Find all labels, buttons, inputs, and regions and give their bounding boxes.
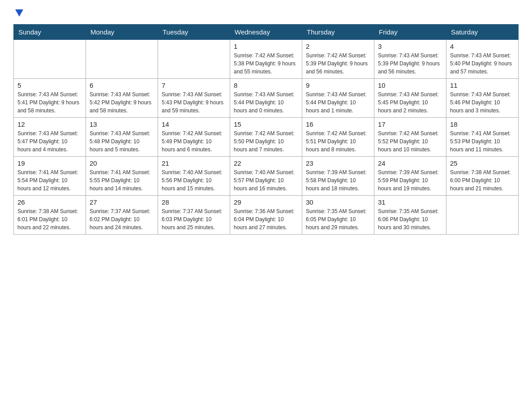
day-number: 13 <box>90 120 154 128</box>
calendar-cell: 26Sunrise: 7:38 AM Sunset: 6:01 PM Dayli… <box>14 196 86 235</box>
day-info: Sunrise: 7:36 AM Sunset: 6:04 PM Dayligh… <box>234 207 298 231</box>
calendar-cell: 31Sunrise: 7:35 AM Sunset: 6:06 PM Dayli… <box>374 196 446 235</box>
calendar-cell: 30Sunrise: 7:35 AM Sunset: 6:05 PM Dayli… <box>302 196 374 235</box>
calendar-cell: 28Sunrise: 7:37 AM Sunset: 6:03 PM Dayli… <box>158 196 230 235</box>
day-of-week-header: Tuesday <box>158 25 230 40</box>
day-number: 26 <box>17 198 82 206</box>
day-number: 9 <box>306 81 370 89</box>
calendar-cell <box>86 40 158 79</box>
calendar-week-row: 12Sunrise: 7:43 AM Sunset: 5:47 PM Dayli… <box>14 118 519 157</box>
day-info: Sunrise: 7:43 AM Sunset: 5:48 PM Dayligh… <box>90 129 154 154</box>
day-of-week-header: Monday <box>86 25 158 40</box>
day-info: Sunrise: 7:40 AM Sunset: 5:56 PM Dayligh… <box>162 168 226 193</box>
calendar-cell: 17Sunrise: 7:42 AM Sunset: 5:52 PM Dayli… <box>374 118 446 157</box>
day-number: 29 <box>234 198 298 206</box>
day-number: 21 <box>162 159 226 167</box>
day-info: Sunrise: 7:43 AM Sunset: 5:44 PM Dayligh… <box>234 90 298 115</box>
day-number: 25 <box>450 159 515 167</box>
logo-triangle-icon <box>15 9 23 17</box>
day-number: 16 <box>306 120 370 128</box>
day-info: Sunrise: 7:42 AM Sunset: 5:51 PM Dayligh… <box>306 129 370 154</box>
day-info: Sunrise: 7:39 AM Sunset: 5:59 PM Dayligh… <box>378 168 442 193</box>
day-info: Sunrise: 7:43 AM Sunset: 5:42 PM Dayligh… <box>90 90 154 115</box>
calendar-cell: 27Sunrise: 7:37 AM Sunset: 6:02 PM Dayli… <box>86 196 158 235</box>
day-info: Sunrise: 7:35 AM Sunset: 6:06 PM Dayligh… <box>378 207 442 231</box>
day-info: Sunrise: 7:43 AM Sunset: 5:40 PM Dayligh… <box>450 51 515 76</box>
calendar-cell: 19Sunrise: 7:41 AM Sunset: 5:54 PM Dayli… <box>14 157 86 196</box>
day-number: 17 <box>378 120 442 128</box>
day-of-week-header: Saturday <box>446 25 519 40</box>
page-header <box>13 9 519 20</box>
calendar-cell: 9Sunrise: 7:43 AM Sunset: 5:44 PM Daylig… <box>302 79 374 118</box>
calendar-cell <box>14 40 86 79</box>
calendar-cell: 16Sunrise: 7:42 AM Sunset: 5:51 PM Dayli… <box>302 118 374 157</box>
day-info: Sunrise: 7:42 AM Sunset: 5:50 PM Dayligh… <box>234 129 298 154</box>
calendar-week-row: 5Sunrise: 7:43 AM Sunset: 5:41 PM Daylig… <box>14 79 519 118</box>
day-number: 5 <box>17 81 82 89</box>
day-number: 7 <box>162 81 226 89</box>
day-of-week-header: Wednesday <box>230 25 302 40</box>
calendar-week-row: 19Sunrise: 7:41 AM Sunset: 5:54 PM Dayli… <box>14 157 519 196</box>
day-info: Sunrise: 7:43 AM Sunset: 5:41 PM Dayligh… <box>17 90 82 115</box>
calendar-cell: 2Sunrise: 7:42 AM Sunset: 5:39 PM Daylig… <box>302 40 374 79</box>
day-info: Sunrise: 7:43 AM Sunset: 5:46 PM Dayligh… <box>450 90 515 115</box>
calendar-cell: 8Sunrise: 7:43 AM Sunset: 5:44 PM Daylig… <box>230 79 302 118</box>
svg-marker-0 <box>15 9 23 17</box>
calendar-cell: 18Sunrise: 7:41 AM Sunset: 5:53 PM Dayli… <box>446 118 519 157</box>
day-info: Sunrise: 7:43 AM Sunset: 5:45 PM Dayligh… <box>378 90 442 115</box>
calendar-cell: 5Sunrise: 7:43 AM Sunset: 5:41 PM Daylig… <box>14 79 86 118</box>
day-of-week-header: Sunday <box>14 25 86 40</box>
day-number: 22 <box>234 159 298 167</box>
day-info: Sunrise: 7:42 AM Sunset: 5:38 PM Dayligh… <box>234 51 298 76</box>
day-number: 1 <box>234 43 298 50</box>
calendar-cell: 15Sunrise: 7:42 AM Sunset: 5:50 PM Dayli… <box>230 118 302 157</box>
day-number: 11 <box>450 81 515 89</box>
calendar-cell: 10Sunrise: 7:43 AM Sunset: 5:45 PM Dayli… <box>374 79 446 118</box>
calendar-header-row: SundayMondayTuesdayWednesdayThursdayFrid… <box>14 25 519 40</box>
day-info: Sunrise: 7:38 AM Sunset: 6:00 PM Dayligh… <box>450 168 515 193</box>
logo <box>13 9 23 20</box>
day-info: Sunrise: 7:37 AM Sunset: 6:02 PM Dayligh… <box>90 207 154 231</box>
day-info: Sunrise: 7:43 AM Sunset: 5:47 PM Dayligh… <box>17 129 82 154</box>
day-info: Sunrise: 7:39 AM Sunset: 5:58 PM Dayligh… <box>306 168 370 193</box>
calendar-cell: 29Sunrise: 7:36 AM Sunset: 6:04 PM Dayli… <box>230 196 302 235</box>
day-number: 4 <box>450 43 515 50</box>
day-number: 27 <box>90 198 154 206</box>
day-number: 18 <box>450 120 515 128</box>
day-of-week-header: Friday <box>374 25 446 40</box>
day-number: 6 <box>90 81 154 89</box>
calendar-cell: 4Sunrise: 7:43 AM Sunset: 5:40 PM Daylig… <box>446 40 519 79</box>
calendar-cell: 14Sunrise: 7:42 AM Sunset: 5:49 PM Dayli… <box>158 118 230 157</box>
day-info: Sunrise: 7:41 AM Sunset: 5:54 PM Dayligh… <box>17 168 82 193</box>
calendar-cell: 12Sunrise: 7:43 AM Sunset: 5:47 PM Dayli… <box>14 118 86 157</box>
calendar-cell: 21Sunrise: 7:40 AM Sunset: 5:56 PM Dayli… <box>158 157 230 196</box>
calendar-cell: 3Sunrise: 7:43 AM Sunset: 5:39 PM Daylig… <box>374 40 446 79</box>
day-of-week-header: Thursday <box>302 25 374 40</box>
day-info: Sunrise: 7:41 AM Sunset: 5:53 PM Dayligh… <box>450 129 515 154</box>
calendar-cell: 6Sunrise: 7:43 AM Sunset: 5:42 PM Daylig… <box>86 79 158 118</box>
calendar-table: SundayMondayTuesdayWednesdayThursdayFrid… <box>13 24 519 235</box>
calendar-cell: 1Sunrise: 7:42 AM Sunset: 5:38 PM Daylig… <box>230 40 302 79</box>
day-number: 30 <box>306 198 370 206</box>
day-info: Sunrise: 7:42 AM Sunset: 5:49 PM Dayligh… <box>162 129 226 154</box>
day-info: Sunrise: 7:40 AM Sunset: 5:57 PM Dayligh… <box>234 168 298 193</box>
day-number: 10 <box>378 81 442 89</box>
day-number: 2 <box>306 43 370 50</box>
day-number: 8 <box>234 81 298 89</box>
day-number: 3 <box>378 43 442 50</box>
calendar-cell: 13Sunrise: 7:43 AM Sunset: 5:48 PM Dayli… <box>86 118 158 157</box>
calendar-cell: 25Sunrise: 7:38 AM Sunset: 6:00 PM Dayli… <box>446 157 519 196</box>
calendar-cell <box>446 196 519 235</box>
calendar-cell: 23Sunrise: 7:39 AM Sunset: 5:58 PM Dayli… <box>302 157 374 196</box>
day-number: 15 <box>234 120 298 128</box>
day-number: 23 <box>306 159 370 167</box>
day-info: Sunrise: 7:42 AM Sunset: 5:52 PM Dayligh… <box>378 129 442 154</box>
calendar-week-row: 26Sunrise: 7:38 AM Sunset: 6:01 PM Dayli… <box>14 196 519 235</box>
day-number: 19 <box>17 159 82 167</box>
calendar-cell: 22Sunrise: 7:40 AM Sunset: 5:57 PM Dayli… <box>230 157 302 196</box>
calendar-week-row: 1Sunrise: 7:42 AM Sunset: 5:38 PM Daylig… <box>14 40 519 79</box>
day-info: Sunrise: 7:41 AM Sunset: 5:55 PM Dayligh… <box>90 168 154 193</box>
calendar-cell: 24Sunrise: 7:39 AM Sunset: 5:59 PM Dayli… <box>374 157 446 196</box>
day-info: Sunrise: 7:43 AM Sunset: 5:39 PM Dayligh… <box>378 51 442 76</box>
day-info: Sunrise: 7:37 AM Sunset: 6:03 PM Dayligh… <box>162 207 226 231</box>
